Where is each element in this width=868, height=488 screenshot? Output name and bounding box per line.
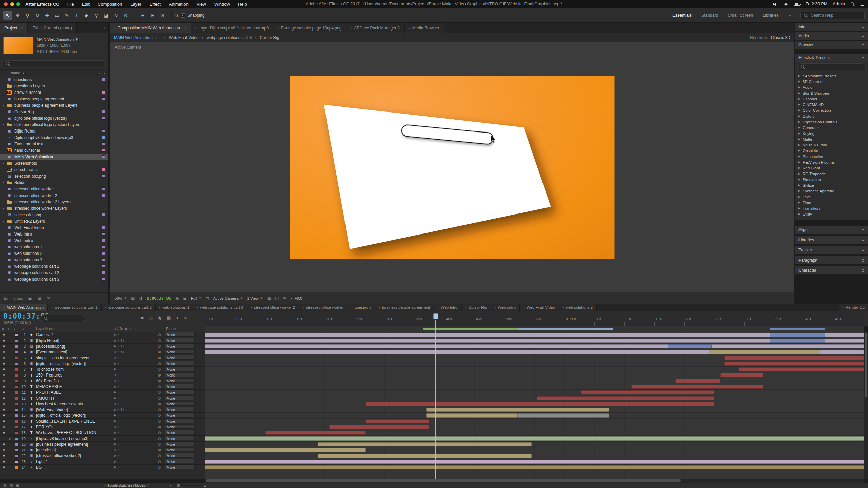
close-viewer-icon[interactable]: × — [155, 35, 157, 40]
parent-dropdown[interactable]: None▼ — [165, 395, 195, 400]
layer-duration-bar[interactable] — [675, 379, 720, 383]
effects-category[interactable]: ▶* Animation Presets — [795, 73, 868, 79]
roto-brush-tool[interactable]: ∿ — [112, 11, 120, 20]
layer-name[interactable]: [Dijito...v8 finalised now.mp3] — [36, 436, 111, 441]
label-chip[interactable] — [102, 117, 105, 120]
label-chip[interactable] — [15, 431, 18, 434]
vertical-scrollbar[interactable] — [864, 332, 868, 479]
menu-animation[interactable]: Animation — [169, 2, 189, 7]
project-item[interactable]: ▣webpage solutions cart 1 — [0, 263, 108, 269]
zoom-window-button[interactable] — [16, 2, 20, 6]
timeline-tab-questions[interactable]: ▪questions — [348, 304, 375, 311]
playhead-handle[interactable] — [433, 313, 438, 319]
twirl-icon[interactable]: ▶ — [798, 74, 803, 77]
parent-dropdown[interactable]: None▼ — [165, 401, 195, 406]
layer-name[interactable]: BG — [36, 465, 111, 470]
eraser-tool[interactable]: ◪ — [102, 11, 111, 20]
pick-whip-icon[interactable]: ◎ — [158, 384, 163, 389]
layer-row[interactable]: ◉13THow best to create events⊕ ⁄◎None▼ — [0, 401, 205, 407]
effects-category[interactable]: ▶RG Trapcode — [795, 171, 868, 177]
layer-name[interactable]: [stressed office worker 2] — [36, 453, 111, 459]
parent-dropdown[interactable]: None▼ — [165, 413, 195, 417]
label-chip[interactable] — [15, 357, 18, 360]
parent-dropdown[interactable]: None▼ — [165, 349, 195, 354]
layer-row[interactable]: ◉17TFOR YOU⊕ ⁄◎None▼ — [0, 424, 205, 430]
label-chip[interactable] — [102, 271, 105, 274]
grid-icon[interactable]: ▦ — [267, 296, 271, 301]
panel-header-info[interactable]: Info≣ — [795, 23, 868, 31]
layer-switches[interactable]: ⊕ ⁄ — [113, 453, 146, 459]
parent-dropdown[interactable]: None▼ — [165, 384, 195, 388]
layer-name[interactable]: [questions] — [36, 447, 111, 453]
project-item[interactable]: ▣web solutions 2 — [0, 250, 108, 257]
layer-switches[interactable]: ⊕ ⁄ — [113, 413, 146, 418]
effects-category[interactable]: ▶Keying — [795, 130, 868, 136]
layer-row[interactable]: ◉16TSolutio...f EVENT EXPERIENCE⊕ ⁄◎None… — [0, 419, 205, 424]
twirl-icon[interactable]: ▶ — [798, 126, 803, 129]
label-chip[interactable] — [102, 252, 105, 255]
layer-row[interactable]: ◉11TPROFITABLE⊕ ⁄◎None▼ — [0, 390, 205, 395]
layer-bar-graph[interactable] — [205, 332, 864, 479]
twirl-icon[interactable]: ▶ — [798, 97, 803, 100]
pick-whip-icon[interactable]: ◎ — [158, 401, 163, 407]
layer-switches[interactable]: ⊕ ⁄ — [113, 442, 146, 447]
visibility-toggle[interactable]: ◉ — [1, 367, 7, 372]
project-item[interactable]: ▣Dijito Robot — [0, 128, 108, 134]
label-chip[interactable] — [15, 420, 18, 423]
twirl-icon[interactable]: ▶ — [798, 172, 803, 175]
workspace-small-screen[interactable]: Small Screen — [728, 13, 753, 18]
pick-whip-icon[interactable]: ◎ — [158, 424, 163, 430]
layer-duration-bar[interactable] — [426, 413, 518, 418]
project-item[interactable]: ▣Web Final Video — [0, 224, 108, 231]
timeline-zoom-slider[interactable] — [174, 485, 201, 486]
visibility-toggle[interactable]: ◉ — [1, 430, 7, 435]
effects-category[interactable]: ▶3D Channel — [795, 79, 868, 84]
spotlight-icon[interactable] — [850, 2, 855, 6]
twirl-icon[interactable]: ▶ — [798, 92, 803, 95]
label-chip[interactable] — [102, 239, 105, 242]
layer-row[interactable]: ◉9T60+ Benefits⊕ ⁄◎None▼ — [0, 378, 205, 384]
project-item[interactable]: ▸stressed office worker Layers — [0, 205, 108, 211]
layer-duration-bar[interactable] — [770, 333, 825, 337]
label-chip[interactable] — [102, 258, 105, 261]
visibility-toggle[interactable]: ◉ — [1, 378, 7, 384]
twirl-icon[interactable]: ▶ — [798, 86, 803, 89]
layer-row[interactable]: ◉2▣[Dijito Robot]⊕ ⁄ fx◎None▼ — [0, 338, 205, 344]
notification-center-icon[interactable]: ☰ — [860, 2, 864, 7]
parent-dropdown[interactable]: None▼ — [165, 447, 195, 452]
twirl-icon[interactable]: ▸ — [3, 200, 6, 203]
parent-dropdown[interactable]: None▼ — [165, 424, 195, 429]
visibility-toggle[interactable]: ◉ — [1, 424, 7, 430]
layer-switches[interactable]: ⊕ ⁄ — [113, 372, 146, 378]
layer-name[interactable]: [Web Final Video] — [36, 407, 111, 412]
layer-name[interactable]: [business people agreement] — [36, 442, 111, 447]
parent-dropdown[interactable]: None▼ — [165, 361, 195, 365]
parent-dropdown[interactable]: None▼ — [165, 419, 195, 423]
layer-switches[interactable]: ⊕ ⁄ — [113, 430, 146, 435]
layer-switches[interactable]: ⊕ ⁄ fx — [113, 344, 146, 349]
layer-name[interactable]: Light 1 — [36, 459, 111, 464]
pick-whip-icon[interactable]: ◎ — [158, 332, 163, 338]
twirl-icon[interactable]: ▸ — [3, 207, 6, 210]
view-layout-select[interactable]: 1 View ▼ — [247, 296, 263, 300]
label-chip[interactable] — [102, 168, 105, 171]
twirl-icon[interactable]: ▶ — [798, 166, 803, 169]
search-help-box[interactable] — [800, 12, 865, 19]
layer-switches[interactable]: ⊕ — [113, 459, 146, 464]
effects-category[interactable]: ▶Distort — [795, 113, 868, 119]
layer-row[interactable]: ◉7TTo choose from⊕ ⁄◎None▼ — [0, 367, 205, 372]
label-chip[interactable] — [102, 194, 105, 197]
layer-name[interactable]: SMOOTH — [36, 395, 111, 401]
layer-duration-bar[interactable] — [205, 339, 864, 343]
effects-category[interactable]: ▶Red Giant — [795, 165, 868, 171]
horizontal-scrollbar-thumb[interactable] — [206, 479, 681, 482]
layer-switches[interactable]: ⊕ ⁄ — [113, 465, 146, 470]
layer-duration-bar[interactable] — [668, 344, 712, 348]
panel-menu-icon[interactable]: ≡ — [21, 26, 23, 30]
viewer-tab-composition-main-web-animation[interactable]: ▪Composition MAIN Web Animation≡ — [110, 23, 191, 33]
selection-tool[interactable]: ↖ — [3, 11, 12, 20]
pan-behind-tool[interactable]: ✚ — [43, 11, 52, 20]
twirl-icon[interactable]: ▶ — [798, 149, 803, 152]
layer-row[interactable]: ◉6▣[dijito... official logo (vector)]⊕ ⁄… — [0, 361, 205, 367]
effects-search-input[interactable] — [807, 65, 863, 69]
